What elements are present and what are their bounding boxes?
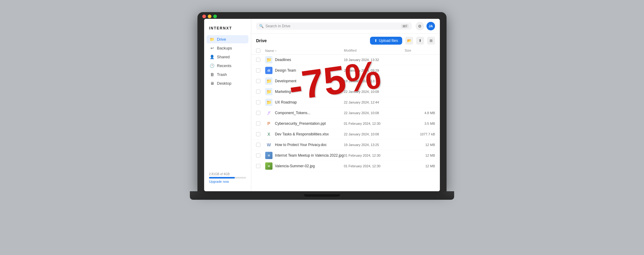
image-thumbnail-valencia: 🖼 (265, 162, 272, 170)
file-name: Component_Tokens... (275, 111, 310, 115)
file-name: Valencia-Summer-02.jpg (275, 164, 315, 168)
avatar-initials: JA (429, 24, 433, 28)
folder-icon: 📁 (265, 77, 272, 85)
backups-icon: ↩ (210, 46, 214, 50)
file-name-cell: 🖼 Internxt Team Meetup in Valencia 2022.… (265, 152, 344, 159)
file-name: How to Protect Your Privacy.doc (275, 143, 327, 147)
file-modified: 22 January 2024, 10:08 (344, 90, 405, 93)
file-modified: 22 January 2024, 09:29 (344, 69, 405, 72)
row-checkbox[interactable] (256, 111, 260, 115)
maximize-button[interactable] (213, 15, 217, 18)
upload-folder-button[interactable]: ⬆ (416, 37, 424, 45)
table-row[interactable]: 📁 UX Roadmap 22 January 2024, 12:44 (251, 97, 440, 108)
ppt-icon: P (265, 120, 272, 127)
table-row[interactable]: X Dev Tasks & Responsibilities.xlsx 22 J… (251, 129, 440, 140)
column-size: Size (405, 49, 435, 53)
search-icon: 🔍 (259, 24, 264, 28)
file-name-cell: W How to Protect Your Privacy.doc (265, 141, 344, 148)
storage-info: 2.81GB of 4GB Upgrade now (204, 169, 251, 186)
file-size: 3.5 MB (405, 122, 435, 125)
file-name-cell: 📁 Deadlines (265, 56, 344, 63)
file-modified: 22 January 2024, 10:08 (344, 132, 405, 136)
select-all-checkbox[interactable] (256, 49, 260, 53)
grid-view-button[interactable]: ⊞ (427, 37, 435, 45)
sidebar-item-trash[interactable]: 🗑 Trash (207, 70, 248, 79)
table-row[interactable]: W How to Protect Your Privacy.doc 19 Jan… (251, 140, 440, 150)
sidebar-item-label-backups: Backups (217, 46, 232, 50)
topbar: 🔍 Search in Drive ⌘F ⚙ JA (251, 19, 440, 34)
sidebar-item-label-recents: Recents (217, 63, 231, 68)
upgrade-link[interactable]: Upgrade now (209, 180, 229, 183)
sidebar-logo: INTERNXT (204, 24, 251, 35)
avatar-button[interactable]: JA (426, 22, 435, 30)
xlsx-icon: X (265, 131, 272, 138)
row-checkbox[interactable] (256, 164, 260, 168)
row-checkbox[interactable] (256, 143, 260, 147)
row-checkbox[interactable] (256, 90, 260, 94)
upload-label: Upload files (379, 39, 398, 43)
upload-folder-icon: ⬆ (419, 39, 422, 43)
settings-button[interactable]: ⚙ (416, 22, 424, 30)
file-name: Dev Tasks & Responsibilities.xlsx (275, 132, 329, 136)
table-row[interactable]: 🖼 Valencia-Summer-02.jpg 01 February 202… (251, 161, 440, 172)
shared-icon: 👤 (210, 55, 214, 59)
table-row[interactable]: 📁 Deadlines 19 January 2024, 13:32 (251, 55, 440, 65)
sidebar-item-recents[interactable]: 🕐 Recents (207, 62, 248, 70)
column-name-label: Name (265, 49, 274, 53)
app-window: INTERNXT 📁 Drive ↩ Backups 👤 Shared (204, 19, 440, 191)
search-box[interactable]: 🔍 Search in Drive ⌘F (256, 22, 412, 30)
column-name[interactable]: Name ↑ (265, 49, 344, 53)
table-row[interactable]: 📁 Development 19 January 2024, 13:34 (251, 76, 440, 87)
table-row[interactable]: dt Design Team 22 January 2024, 09:29 (251, 65, 440, 76)
file-name: UX Roadmap (275, 100, 297, 104)
column-modified[interactable]: Modified (344, 49, 405, 53)
file-size: 12 MB (405, 154, 435, 157)
folder-icon: 📁 (265, 99, 272, 106)
sidebar-item-shared[interactable]: 👤 Shared (207, 53, 248, 61)
sidebar-item-desktop[interactable]: 🖥 Desktop (207, 79, 248, 87)
file-modified: 19 January 2024, 13:32 (344, 58, 405, 62)
row-checkbox[interactable] (256, 68, 260, 73)
image-thumbnail-meetup: 🖼 (265, 152, 272, 159)
file-modified: 19 January 2024, 13:34 (344, 79, 405, 83)
row-checkbox[interactable] (256, 121, 260, 126)
file-name-cell: X Dev Tasks & Responsibilities.xlsx (265, 131, 344, 138)
file-size: 4.8 MB (405, 111, 435, 115)
row-checkbox[interactable] (256, 79, 260, 83)
file-modified: 22 January 2024, 12:44 (344, 100, 405, 104)
upload-button[interactable]: ⬆ Upload files (370, 37, 402, 45)
header-checkbox[interactable] (256, 49, 265, 53)
minimize-button[interactable] (208, 15, 211, 18)
sidebar-item-backups[interactable]: ↩ Backups (207, 44, 248, 52)
recents-icon: 🕐 (210, 63, 214, 68)
file-list-header: Name ↑ Modified Size (251, 47, 440, 55)
table-row[interactable]: 📁 Marketing 22 January 2024, 10:08 (251, 87, 440, 97)
laptop-notch (304, 194, 340, 197)
sidebar-item-drive[interactable]: 📁 Drive (207, 35, 248, 43)
table-row[interactable]: P Cybersecurity_Presentation.ppt 01 Febr… (251, 118, 440, 129)
row-checkbox[interactable] (256, 100, 260, 104)
table-row[interactable]: 𝓕 Component_Tokens... 22 January 2024, 1… (251, 108, 440, 118)
file-name: Deadlines (275, 58, 291, 62)
new-folder-button[interactable]: 📂 (405, 37, 413, 45)
row-checkbox[interactable] (256, 132, 260, 136)
row-checkbox[interactable] (256, 153, 260, 158)
storage-bar-fill (209, 177, 235, 178)
file-modified: 01 February 2024, 12:30 (344, 164, 405, 168)
upload-icon: ⬆ (374, 39, 377, 43)
sidebar-item-label-desktop: Desktop (217, 81, 231, 86)
drive-header: Drive ⬆ Upload files 📂 ⬆ ⊞ (251, 34, 440, 47)
laptop-base (190, 191, 454, 200)
grid-icon: ⊞ (430, 39, 433, 43)
folder-dt-icon: dt (265, 67, 272, 74)
file-name-cell: 𝓕 Component_Tokens... (265, 109, 344, 117)
close-button[interactable] (202, 15, 206, 18)
table-row[interactable]: 🖼 Internxt Team Meetup in Valencia 2022.… (251, 150, 440, 161)
file-name-cell: 📁 UX Roadmap (265, 99, 344, 106)
row-checkbox[interactable] (256, 58, 260, 62)
sidebar-item-label-drive: Drive (217, 37, 226, 42)
storage-bar-background (209, 177, 246, 178)
file-name: Marketing (275, 90, 291, 94)
sidebar: INTERNXT 📁 Drive ↩ Backups 👤 Shared (204, 19, 251, 191)
file-modified: 01 February 2024, 12:30 (344, 122, 405, 125)
